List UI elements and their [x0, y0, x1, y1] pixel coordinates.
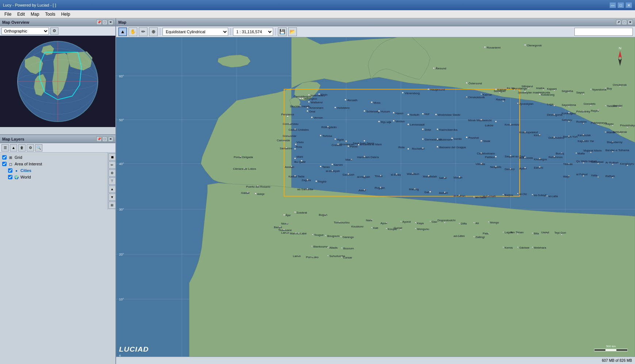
layers-move-up-button[interactable]: ▲	[10, 144, 17, 152]
svg-text:Kengiluyev: Kengiluyev	[620, 162, 634, 165]
svg-text:Blagodarmy: Blagodarmy	[607, 141, 623, 144]
side-btn-1[interactable]: ◼	[108, 153, 116, 161]
map-projection-select[interactable]: Equidistant Cylindrical Mercator Orthogr…	[162, 28, 228, 36]
svg-text:al-Idrisiyah: al-Idrisiyah	[326, 169, 340, 173]
svg-text:Mendel: Mendel	[613, 104, 622, 108]
svg-point-396	[386, 228, 387, 229]
toolbar-separator-1	[160, 28, 160, 35]
map-pin-button[interactable]: ↗	[616, 20, 621, 25]
menu-map[interactable]: Map	[28, 11, 42, 18]
svg-point-114	[320, 135, 321, 136]
minimize-button[interactable]: —	[609, 2, 616, 8]
side-btn-2[interactable]: ✏	[108, 161, 116, 169]
svg-text:Bassano del Grappa: Bassano del Grappa	[439, 146, 466, 149]
maximize-button[interactable]: □	[617, 2, 624, 8]
overview-settings-button[interactable]: ⚙	[50, 27, 58, 35]
svg-text:Gumel: Gumel	[394, 226, 402, 230]
map-scale-select[interactable]: 1 : 31,116,574 1 : 10,000,000 1 : 5,000,…	[233, 28, 273, 36]
layer-item-world: 🌍 World	[7, 174, 107, 180]
pointer-tool-button[interactable]: ▲	[118, 27, 127, 36]
side-btn-zoom-full[interactable]: ⊞	[108, 202, 116, 209]
menu-file[interactable]: File	[1, 11, 14, 18]
svg-text:Pezshei: Pezshei	[468, 136, 479, 139]
side-btn-zoom-out[interactable]: ▼	[108, 194, 116, 201]
svg-text:Jyvaskylan: Jyvaskylan	[519, 102, 533, 106]
svg-text:Kemis: Kemis	[505, 246, 513, 249]
svg-text:al-Lalla: al-Lalla	[548, 195, 558, 198]
overview-close-button[interactable]: ✕	[108, 20, 113, 25]
open-map-button[interactable]: 📂	[288, 27, 297, 36]
svg-text:Röllingdeän: Röllingdeän	[321, 126, 337, 129]
side-btn-zoom-in[interactable]: ▲	[108, 185, 116, 193]
layers-settings-button[interactable]: ⚙	[27, 144, 34, 152]
map-layers-title: Map Layers	[2, 137, 24, 141]
layers-maximize-button[interactable]: □	[102, 137, 107, 142]
svg-point-116	[334, 138, 336, 140]
svg-point-30	[484, 46, 486, 48]
layer-cities-checkbox[interactable]	[8, 168, 12, 173]
map-layers-panel: Map Layers 📌 □ ✕ ☰ ▲ 🗑 ⚙ 🔍	[0, 135, 115, 364]
svg-text:Awiaf: Awiaf	[359, 189, 366, 192]
svg-text:Mongo: Mongo	[490, 221, 499, 224]
overview-pin-button[interactable]: 📌	[96, 20, 102, 25]
svg-text:Husum: Husum	[381, 110, 390, 113]
svg-text:Luga: Luga	[547, 103, 554, 106]
memory-status: 607 MB of 826 MB	[602, 359, 632, 363]
measure-tool-button[interactable]: ✏	[139, 27, 148, 36]
svg-text:®: ®	[119, 355, 121, 357]
svg-text:Waddaun: Waddaun	[407, 172, 419, 176]
svg-text:Sisak: Sisak	[483, 140, 490, 143]
svg-text:Rugqan: Rugqan	[375, 187, 385, 190]
layer-aoi-checkbox[interactable]	[2, 162, 7, 166]
layers-close-button[interactable]: ✕	[108, 137, 113, 142]
svg-text:Allada: Allada	[329, 246, 338, 249]
svg-text:Kolokugino: Kolokugino	[562, 112, 576, 115]
side-btn-3[interactable]: ⚙	[108, 169, 116, 177]
svg-point-62	[311, 116, 313, 118]
svg-text:Vernon: Vernon	[314, 116, 323, 119]
svg-point-40	[466, 82, 467, 84]
svg-point-368	[517, 193, 519, 194]
layer-world-checkbox[interactable]	[8, 175, 12, 179]
menu-edit[interactable]: Edit	[14, 11, 28, 18]
map-canvas[interactable]: 60° 50° 40° 30° 20° 10°	[116, 37, 635, 357]
svg-text:Sayonlinna: Sayonlinna	[562, 104, 576, 107]
rotate-tool-button[interactable]: ⊕	[149, 27, 158, 36]
save-map-button[interactable]: 💾	[278, 27, 287, 36]
svg-text:Buy: Buy	[607, 87, 612, 90]
svg-text:Haugesund: Haugesund	[430, 88, 445, 91]
menu-tools[interactable]: Tools	[42, 11, 58, 18]
svg-text:Nara: Nara	[366, 219, 372, 222]
svg-text:Lamin: Lamin	[281, 231, 289, 235]
overview-maximize-button[interactable]: □	[102, 20, 107, 25]
svg-point-378	[401, 221, 402, 222]
svg-text:Majarat Misrin: Majarat Misrin	[584, 149, 602, 153]
pan-tool-button[interactable]: ✋	[129, 27, 137, 36]
svg-text:al-Kufran: al-Kufran	[454, 194, 465, 198]
svg-text:as-Samaräa: as-Samaräa	[297, 188, 313, 191]
side-btn-zoom-top[interactable]: ⊤	[108, 177, 116, 185]
svg-text:comlo: comlo	[454, 137, 462, 141]
layers-pin-button[interactable]: 📌	[96, 137, 102, 142]
svg-point-82	[378, 121, 380, 122]
layers-add-button[interactable]: ☰	[1, 144, 9, 152]
layer-grid-checkbox[interactable]	[2, 155, 7, 160]
svg-text:Marzug: Marzug	[409, 188, 419, 191]
map-search-input[interactable]	[574, 28, 633, 36]
svg-text:Lunsar: Lunsar	[343, 256, 352, 259]
close-button[interactable]: ✕	[626, 2, 632, 8]
svg-text:Edremi: Edremi	[534, 166, 543, 169]
svg-text:Pala: Pala	[483, 232, 489, 235]
layers-search-button[interactable]: 🔍	[35, 144, 42, 152]
map-maximize-button[interactable]: □	[622, 20, 627, 25]
projection-select[interactable]: Orthographic Equidistant Cylindrical	[1, 27, 49, 35]
map-close-button[interactable]: ✕	[628, 20, 633, 25]
layers-delete-button[interactable]: 🗑	[18, 144, 26, 152]
menu-help[interactable]: Help	[58, 11, 73, 18]
svg-point-406	[325, 235, 326, 236]
svg-text:Zuwärat: Zuwärat	[297, 211, 307, 214]
svg-text:Samini: Samini	[334, 163, 343, 166]
svg-point-370	[532, 194, 533, 195]
svg-text:Ålesund: Ålesund	[436, 67, 446, 70]
svg-text:Ati: Ati	[475, 222, 479, 225]
